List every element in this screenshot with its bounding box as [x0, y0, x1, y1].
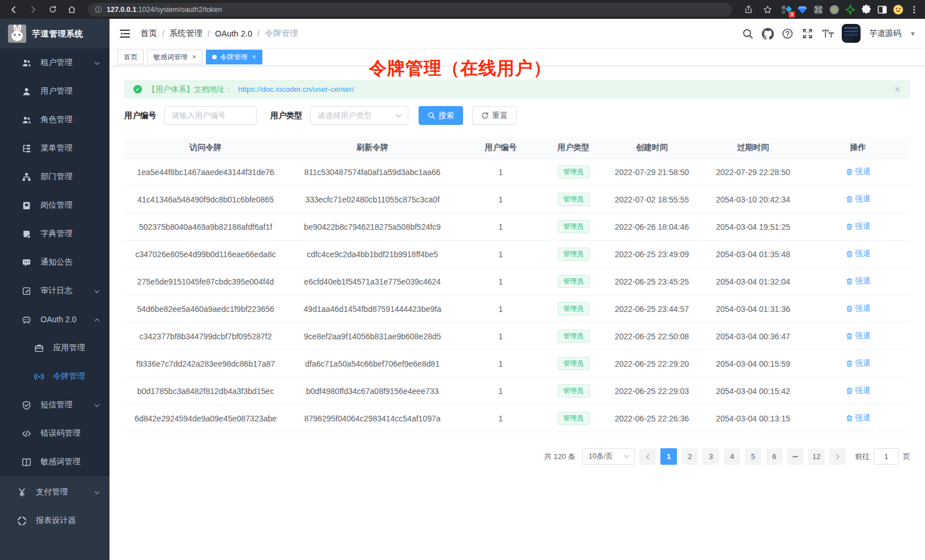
search-button[interactable]: 搜索: [419, 106, 463, 125]
sidebar-item-短信管理[interactable]: 短信管理: [0, 391, 109, 419]
breadcrumb-item[interactable]: 首页: [140, 28, 157, 39]
sidebar-item-令牌管理[interactable]: 令牌管理: [0, 362, 109, 391]
alert-doc-link[interactable]: https://doc.iocoder.cn/user-center/: [238, 85, 354, 94]
command-extension-icon[interactable]: [813, 5, 823, 15]
page-size-select[interactable]: 10条/页: [582, 448, 635, 465]
sidebar-item-错误码管理[interactable]: 错误码管理: [0, 419, 109, 448]
search-icon[interactable]: [742, 28, 753, 39]
access-token-cell: 1ea5e44f8bc1467aaede43144f31de76: [124, 168, 287, 177]
sidebar-item-label: 敏感词管理: [40, 457, 100, 467]
url-bar[interactable]: 127.0.0.1:1024/system/oauth2/token: [88, 3, 732, 17]
page-button-12[interactable]: 12: [808, 448, 825, 465]
tab-close-icon[interactable]: ×: [252, 53, 256, 61]
chevron-down-icon: [94, 401, 100, 408]
force-logout-button[interactable]: 强退: [846, 385, 871, 396]
user-caret-down-icon[interactable]: ▼: [910, 30, 916, 37]
force-logout-button[interactable]: 强退: [846, 194, 871, 204]
tab-令牌管理[interactable]: 令牌管理×: [206, 50, 262, 64]
breadcrumb-item[interactable]: OAuth 2.0: [215, 29, 252, 38]
reset-button[interactable]: 重置: [472, 106, 517, 125]
prev-page-button[interactable]: [639, 448, 656, 465]
tab-敏感词管理[interactable]: 敏感词管理×: [147, 50, 202, 64]
user-type-tag: 管理员: [558, 412, 590, 424]
create-time-cell: 2022-06-25 22:29:03: [603, 387, 700, 396]
sidebar-item-OAuth 2.0[interactable]: OAuth 2.0: [0, 305, 109, 334]
goto-page-input[interactable]: [874, 448, 899, 465]
puzzle-extension-icon[interactable]: [861, 5, 871, 15]
sidebar-item-应用管理[interactable]: 应用管理: [0, 334, 109, 362]
user-avatar[interactable]: [842, 24, 861, 43]
user-id-cell: 1: [458, 414, 543, 423]
sidebar-item-菜单管理[interactable]: 菜单管理: [0, 134, 109, 163]
page-button-3[interactable]: 3: [703, 448, 719, 465]
page-info-icon[interactable]: [95, 6, 102, 13]
reload-icon[interactable]: [44, 2, 60, 18]
forward-icon[interactable]: [25, 2, 41, 18]
force-logout-button[interactable]: 强退: [846, 331, 871, 341]
alert-close-icon[interactable]: ✕: [894, 84, 901, 95]
tab-label: 首页: [124, 52, 137, 62]
actions-cell: 强退: [806, 385, 910, 396]
profile-emoji-avatar[interactable]: [893, 5, 903, 15]
sidebar-item-敏感词管理[interactable]: 敏感词管理: [0, 448, 109, 476]
side-panel-icon[interactable]: [877, 5, 887, 15]
page-button-1[interactable]: 1: [660, 448, 677, 465]
breadcrumb-item[interactable]: 系统管理: [169, 28, 202, 39]
page-ellipsis[interactable]: •••: [787, 448, 804, 465]
sidebar-item-支付管理[interactable]: 支付管理: [0, 478, 109, 506]
sidebar-item-部门管理[interactable]: 部门管理: [0, 163, 109, 191]
briefcase-icon: [34, 343, 44, 353]
next-page-button[interactable]: [829, 448, 846, 465]
browser-menu-kebab-icon[interactable]: [909, 5, 919, 15]
sidebar-item-角色管理[interactable]: 角色管理: [0, 105, 109, 134]
tab-首页[interactable]: 首页: [117, 50, 144, 64]
dot-extension-icon[interactable]: [829, 5, 839, 15]
expire-time-cell: 2054-03-04 19:51:25: [700, 222, 806, 232]
share-icon[interactable]: [740, 2, 756, 18]
sidebar-item-审计日志[interactable]: 审计日志: [0, 277, 109, 305]
page-button-4[interactable]: 4: [724, 448, 740, 465]
extension-grid-icon[interactable]: 9: [781, 5, 792, 15]
user-id-cell: 1: [458, 168, 543, 177]
force-logout-button[interactable]: 强退: [846, 303, 871, 314]
gem-extension-icon[interactable]: [797, 5, 808, 15]
force-logout-button[interactable]: 强退: [846, 221, 871, 232]
sidebar-item-租户管理[interactable]: 租户管理: [0, 48, 109, 77]
refresh-token-cell: 333ecfc71e02480cb11055c875c3ca0f: [287, 195, 458, 204]
page-button-6[interactable]: 6: [766, 448, 782, 465]
force-logout-button[interactable]: 强退: [846, 167, 871, 177]
sidebar-item-通知公告[interactable]: 通知公告: [0, 248, 109, 277]
bookmark-star-icon[interactable]: [760, 2, 776, 18]
table-row: 54d6be82ee5a460a9aedc1f9bf22365649d1aa46…: [124, 295, 910, 323]
sidebar-item-用户管理[interactable]: 用户管理: [0, 77, 109, 105]
page-button-2[interactable]: 2: [681, 448, 698, 465]
sidebar-item-label: 应用管理: [53, 343, 100, 353]
breadcrumb: 首页/系统管理/OAuth 2.0/令牌管理: [140, 28, 298, 39]
home-icon[interactable]: [64, 2, 80, 18]
help-icon[interactable]: [782, 28, 793, 39]
force-logout-label: 强退: [855, 167, 871, 177]
user-type-select[interactable]: 请选择用户类型: [310, 106, 408, 125]
star-extension-icon[interactable]: [845, 5, 855, 15]
user-type-tag: 管理员: [558, 302, 590, 315]
sidebar-item-岗位管理[interactable]: 岗位管理: [0, 191, 109, 220]
font-size-icon[interactable]: [822, 28, 833, 39]
force-logout-button[interactable]: 强退: [846, 249, 871, 259]
app-logo: [8, 25, 26, 43]
page-button-5[interactable]: 5: [745, 448, 761, 465]
tab-close-icon[interactable]: ×: [192, 53, 196, 61]
force-logout-button[interactable]: 强退: [846, 413, 871, 423]
user-type-cell: 管理员: [543, 412, 603, 424]
sidebar-item-字典管理[interactable]: 字典管理: [0, 220, 109, 248]
github-icon[interactable]: [762, 28, 773, 39]
fullscreen-icon[interactable]: [802, 28, 813, 39]
user-id-input[interactable]: [164, 106, 257, 125]
sidebar-collapse-icon[interactable]: [119, 27, 131, 40]
expire-time-cell: 2054-03-04 00:36:47: [700, 332, 806, 341]
force-logout-button[interactable]: 强退: [846, 358, 871, 368]
user-type-cell: 管理员: [543, 220, 603, 233]
back-icon[interactable]: [6, 2, 22, 18]
app-logo-row[interactable]: 芋道管理系统: [0, 19, 109, 48]
force-logout-button[interactable]: 强退: [846, 276, 871, 286]
sidebar-item-报表设计器[interactable]: 报表设计器: [0, 506, 109, 535]
